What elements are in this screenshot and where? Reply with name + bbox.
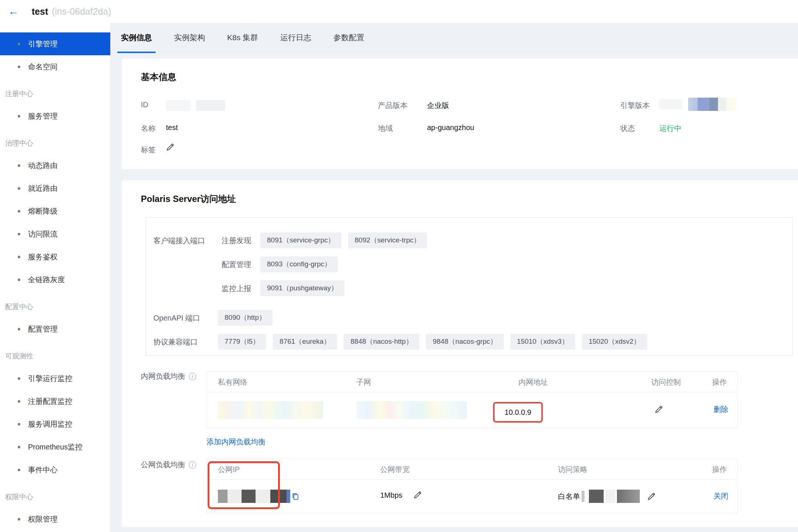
back-arrow-icon[interactable]: ←: [8, 6, 18, 17]
add-intranet-lb-link-row: 添加内网负载均衡: [207, 437, 266, 447]
page-title: test: [32, 6, 48, 17]
info-icon[interactable]: i: [189, 461, 196, 469]
public-lb-label-row: 公网负载均衡 i: [141, 460, 196, 470]
intranet-lb-table: 私有网络 子网 内网地址 访问控制 操作 10.0.0.9 删除: [207, 371, 738, 428]
sidebar-item-service-call-monitor[interactable]: 服务调用监控: [0, 413, 110, 435]
basic-info-card: 基本信息 ID 产品版本 企业版 引擎版本 名称 test 地域 ap-guan…: [122, 59, 798, 169]
sidebar-item-label: 服务调用监控: [28, 419, 72, 429]
column-header-access-control: 访问控制: [651, 377, 681, 387]
bullet-dot-icon: [18, 43, 20, 45]
sidebar-item-engine-management[interactable]: 引擎管理: [0, 32, 110, 55]
sidebar-item-config-management[interactable]: 配置管理: [0, 318, 110, 340]
openapi-port-label: OpenAPI 端口: [153, 313, 200, 323]
tab-run-logs[interactable]: 运行日志: [277, 23, 315, 52]
sidebar-section-observability: 可观测性: [0, 340, 110, 367]
port-chip: 8848（nacos-http）: [344, 334, 419, 350]
column-header-access-policy: 访问策略: [558, 465, 587, 475]
vpc-value-redacted: [218, 401, 323, 419]
sidebar-item-label: 服务管理: [28, 111, 58, 121]
port-chip: 8092（service-trpc）: [348, 232, 427, 248]
registry-discovery-label: 注册发现: [222, 236, 251, 246]
sidebar-item-prometheus-monitor[interactable]: Prometheus监控: [0, 435, 110, 458]
bullet-dot-icon: [18, 518, 20, 521]
bandwidth-value: 1Mbps: [380, 491, 402, 500]
close-link[interactable]: 关闭: [714, 491, 728, 501]
sidebar-item-label: 事件中心: [28, 465, 58, 475]
tags-label: 标签: [141, 145, 156, 155]
tab-instance-info[interactable]: 实例信息: [117, 23, 156, 52]
bullet-dot-icon: [18, 256, 20, 258]
tab-k8s-cluster[interactable]: K8s 集群: [223, 23, 262, 52]
bullet-dot-icon: [18, 210, 20, 213]
sidebar-item-nearby-routing[interactable]: 就近路由: [0, 177, 110, 200]
monitor-report-label: 监控上报: [222, 284, 251, 294]
sidebar: 引擎管理 命名空间 注册中心 服务管理 治理中心 动态路由 就近路由 熔断降级 …: [0, 23, 111, 532]
sidebar-item-circuit-breaking[interactable]: 熔断降级: [0, 200, 110, 223]
public-lb-table-header: 公网IP 公网带宽 访问策略 操作: [207, 459, 737, 480]
name-label: 名称: [141, 123, 156, 133]
status-value: 运行中: [659, 123, 681, 133]
copy-icon[interactable]: [291, 492, 300, 501]
id-value-redacted: [166, 100, 225, 111]
engine-version-label: 引擎版本: [620, 101, 650, 111]
column-header-subnet: 子网: [356, 377, 371, 387]
policy-type-text: 白名单: [558, 491, 580, 501]
bullet-dot-icon: [18, 115, 20, 118]
name-value: test: [166, 123, 178, 132]
tab-parameter-config[interactable]: 参数配置: [330, 23, 368, 52]
sidebar-item-dynamic-routing[interactable]: 动态路由: [0, 154, 110, 177]
red-annotation-box: 10.0.0.9: [493, 402, 543, 423]
column-header-operation: 操作: [712, 465, 727, 475]
add-intranet-lb-link[interactable]: 添加内网负载均衡: [207, 438, 266, 446]
sidebar-item-label: 命名空间: [28, 62, 58, 72]
tab-instance-architecture[interactable]: 实例架构: [170, 23, 209, 52]
port-chip: 9848（nacos-grpc）: [426, 334, 503, 350]
sidebar-item-registry-config-monitor[interactable]: 注册配置监控: [0, 390, 110, 413]
bullet-dot-icon: [18, 400, 20, 403]
sidebar-item-namespace[interactable]: 命名空间: [0, 55, 110, 78]
tab-bar: 实例信息 实例架构 K8s 集群 运行日志 参数配置: [111, 23, 798, 53]
sidebar-item-label: 熔断降级: [28, 206, 58, 216]
edit-access-policy-pencil-icon[interactable]: [646, 491, 657, 501]
column-header-public-ip: 公网IP: [218, 465, 240, 475]
sidebar-item-label: 引擎运行监控: [28, 374, 72, 384]
sidebar-section-governance: 治理中心: [0, 127, 110, 154]
public-lb-label: 公网负载均衡: [141, 460, 185, 470]
basic-info-title: 基本信息: [141, 71, 176, 83]
sidebar-item-engine-monitor[interactable]: 引擎运行监控: [0, 367, 110, 390]
edit-tags-pencil-icon[interactable]: [165, 142, 176, 152]
sidebar-item-label: 服务鉴权: [28, 252, 58, 262]
port-chip: 15020（xdsv2）: [582, 334, 647, 350]
sidebar-item-event-center[interactable]: 事件中心: [0, 458, 110, 481]
sidebar-item-label: 权限管理: [28, 514, 58, 524]
bullet-dot-icon: [18, 469, 20, 471]
intranet-address-value: 10.0.0.9: [504, 408, 531, 417]
column-header-bandwidth: 公网带宽: [380, 465, 410, 475]
top-header: ← test (ins-06daf2da): [0, 0, 798, 23]
access-policy-value: 白名单: [558, 489, 657, 503]
table-row: 1Mbps 白名单 关闭: [207, 480, 737, 513]
sidebar-item-full-link-gray[interactable]: 全链路灰度: [0, 268, 110, 291]
sidebar-item-label: 配置管理: [28, 324, 58, 334]
edit-access-control-pencil-icon[interactable]: [654, 404, 664, 414]
sidebar-item-service-management[interactable]: 服务管理: [0, 105, 110, 127]
public-lb-table: 公网IP 公网带宽 访问策略 操作: [207, 459, 738, 513]
main-content: 实例信息 实例架构 K8s 集群 运行日志 参数配置 基本信息 ID 产品版本 …: [111, 23, 798, 532]
edit-bandwidth-pencil-icon[interactable]: [413, 490, 423, 500]
column-header-vpc: 私有网络: [218, 377, 247, 387]
info-icon[interactable]: i: [189, 373, 196, 380]
port-chip: 15010（xdsv3）: [510, 334, 575, 350]
port-chip: 8091（service-grpc）: [260, 232, 341, 248]
intranet-lb-label: 内网负载均衡: [141, 371, 185, 381]
port-chip: 7779（l5）: [218, 334, 266, 350]
config-management-label: 配置管理: [222, 260, 251, 270]
bullet-dot-icon: [18, 187, 20, 190]
delete-link[interactable]: 删除: [714, 405, 728, 414]
sidebar-item-permission-management[interactable]: 权限管理: [0, 508, 110, 531]
sidebar-item-service-auth[interactable]: 服务鉴权: [0, 245, 110, 268]
sidebar-item-rate-limiting[interactable]: 访问限流: [0, 223, 110, 245]
ports-box: 客户端接入端口 注册发现 8091（service-grpc） 8092（ser…: [146, 217, 793, 356]
bullet-dot-icon: [18, 279, 20, 281]
status-label: 状态: [620, 123, 635, 133]
instance-id: (ins-06daf2da): [52, 6, 111, 17]
